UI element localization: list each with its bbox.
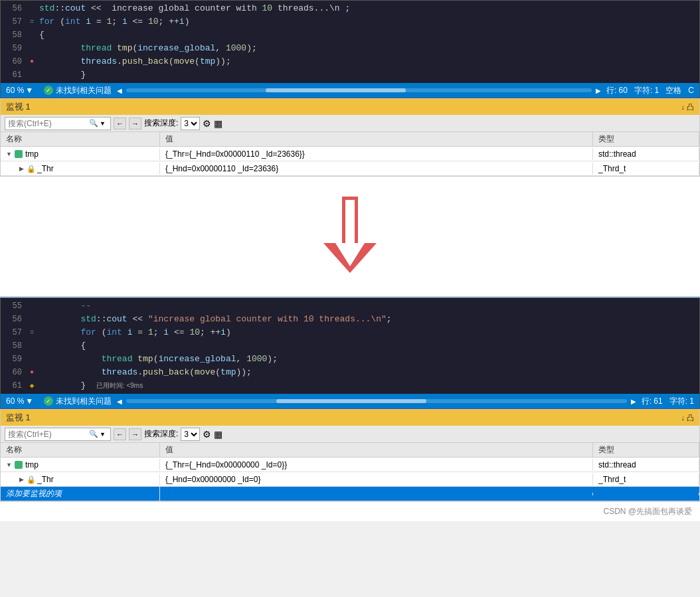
forward-btn[interactable]: → bbox=[129, 118, 141, 129]
code-line-60: 60 ● threads.push_back(move(tmp)); bbox=[1, 55, 699, 68]
columns-icon[interactable]: ▦ bbox=[214, 118, 222, 129]
search-input-top[interactable] bbox=[8, 119, 88, 128]
zoom-label: 60 % bbox=[6, 86, 24, 95]
value-cell: {_Thr={_Hnd=0x00000110 _Id=23636}} bbox=[160, 148, 593, 160]
bottom-scroll-track[interactable] bbox=[126, 399, 626, 403]
watch-title-bar-top: 监视 1 ↓ 凸 bbox=[1, 99, 699, 115]
bottom-editor-panel: 55 -- 56 std::cout << "increase global c… bbox=[0, 298, 700, 409]
bottom-scroll-right[interactable]: ▶ bbox=[631, 398, 636, 405]
name-cell: ▶ 🔒 _Thr bbox=[1, 163, 160, 175]
lock-icon: 🔒 bbox=[27, 165, 35, 173]
scroll-thumb[interactable] bbox=[266, 88, 405, 92]
search-input-bottom[interactable] bbox=[8, 430, 88, 439]
bottom-line-55: 55 -- bbox=[1, 299, 699, 313]
watch-row-tmp-bottom[interactable]: ▼ tmp {_Thr={_Hnd=0x00000000 _Id=0}} std… bbox=[1, 458, 699, 472]
bottom-status-ok: 未找到相关问题 bbox=[44, 396, 112, 407]
svg-rect-3 bbox=[345, 200, 355, 243]
bottom-col-value: 值 bbox=[160, 443, 593, 457]
depth-label: 搜索深度: bbox=[144, 118, 178, 129]
add-watch-cell: 添加要监视的项 bbox=[1, 487, 160, 501]
watch-title-bar-bottom: 监视 1 ↓ 凸 bbox=[1, 410, 699, 426]
col-type: 类型 bbox=[593, 132, 699, 146]
bottom-lock-icon: 🔒 bbox=[27, 475, 35, 483]
scrollbar[interactable]: ◀ ▶ bbox=[117, 87, 601, 94]
add-watch-label[interactable]: 添加要监视的项 bbox=[6, 489, 62, 498]
bottom-scrollbar[interactable]: ◀ ▶ bbox=[117, 398, 636, 405]
bottom-col-name: 名称 bbox=[1, 443, 160, 457]
search-box-bottom[interactable]: 🔍 ▼ bbox=[5, 428, 111, 441]
search-box-top[interactable]: 🔍 ▼ bbox=[5, 117, 111, 130]
depth-select-top[interactable]: 3245 bbox=[181, 117, 200, 130]
back-btn[interactable]: ← bbox=[114, 118, 126, 129]
bottom-type-thr: _Thrd_t bbox=[593, 473, 699, 485]
type-cell: _Thrd_t bbox=[593, 163, 699, 175]
expand-icon[interactable]: ▶ bbox=[19, 165, 24, 172]
bottom-type-tmp: std::thread bbox=[593, 459, 699, 471]
bottom-scroll-thumb[interactable] bbox=[276, 399, 426, 403]
row-name: tmp bbox=[25, 149, 39, 159]
bottom-col-type: 类型 bbox=[593, 443, 699, 457]
code-line-57: 57 = for (int i = 1; i <= 10; ++i) bbox=[1, 15, 699, 29]
bottom-line-56: 56 std::cout << "increase global counter… bbox=[1, 313, 699, 326]
search-icon[interactable]: 🔍 bbox=[89, 119, 98, 128]
bottom-name-cell-tmp: ▼ tmp bbox=[1, 459, 160, 471]
watch-row-thr-top[interactable]: ▶ 🔒 _Thr {_Hnd=0x00000110 _Id=23636} _Th… bbox=[1, 161, 699, 176]
bottom-back-btn[interactable]: ← bbox=[114, 428, 126, 440]
bottom-scroll-left[interactable]: ◀ bbox=[117, 398, 122, 405]
expand-icon[interactable]: ▼ bbox=[6, 151, 12, 157]
bottom-expand-thr[interactable]: ▶ bbox=[19, 476, 24, 483]
code-line-59: 59 thread tmp(increase_global, 1000); bbox=[1, 42, 699, 55]
ok-text: 未找到相关问题 bbox=[56, 85, 112, 96]
search-dropdown-icon[interactable]: ▼ bbox=[100, 120, 106, 127]
watch-row-thr-bottom[interactable]: ▶ 🔒 _Thr {_Hnd=0x00000000 _Id=0} _Thrd_t bbox=[1, 472, 699, 487]
bottom-search-icon[interactable]: 🔍 bbox=[89, 430, 98, 438]
watch-title-top: 监视 1 bbox=[6, 101, 31, 113]
bottom-ok-text: 未找到相关问题 bbox=[56, 396, 112, 407]
watch-header-bottom: 名称 值 类型 bbox=[1, 443, 699, 458]
arrow-section bbox=[0, 177, 700, 296]
bottom-watch-panel: 监视 1 ↓ 凸 🔍 ▼ ← → 搜索深度: 3245 ⚙ ▦ 名称 值 类型 … bbox=[0, 409, 700, 502]
bottom-row-col: 行: 61 字符: 1 bbox=[642, 396, 694, 407]
top-editor-panel: 56 std::cout << increase global counter … bbox=[0, 0, 700, 98]
value-cell: {_Hnd=0x00000110 _Id=23636} bbox=[160, 163, 593, 175]
bottom-zoom-dropdown[interactable]: ▼ bbox=[25, 396, 33, 406]
add-watch-row[interactable]: 添加要监视的项 bbox=[1, 487, 699, 501]
bottom-watch-collapse-icon[interactable]: ↓ 凸 bbox=[681, 413, 694, 423]
scroll-right-icon[interactable]: ▶ bbox=[596, 87, 601, 94]
bottom-forward-btn[interactable]: → bbox=[129, 428, 141, 440]
ok-icon bbox=[44, 86, 53, 95]
code-line-56: 56 std::cout << increase global counter … bbox=[1, 2, 699, 15]
bottom-row-name-tmp: tmp bbox=[25, 460, 39, 469]
bottom-filter-icon[interactable]: ⚙ bbox=[203, 429, 211, 440]
bottom-zoom-control[interactable]: 60 % ▼ bbox=[6, 396, 33, 406]
zoom-dropdown-icon[interactable]: ▼ bbox=[25, 86, 33, 95]
depth-select-bottom[interactable]: 3245 bbox=[181, 428, 200, 441]
watch-collapse-icon[interactable]: ↓ 凸 bbox=[681, 102, 694, 112]
bottom-value-thr: {_Hnd=0x00000000 _Id=0} bbox=[160, 473, 593, 485]
down-arrow-svg bbox=[323, 197, 377, 276]
name-cell: ▼ tmp bbox=[1, 148, 160, 160]
bottom-thread-icon bbox=[15, 461, 23, 469]
bottom-search-dropdown[interactable]: ▼ bbox=[100, 431, 106, 438]
bottom-columns-icon[interactable]: ▦ bbox=[214, 429, 222, 440]
bottom-depth-label: 搜索深度: bbox=[144, 428, 178, 440]
top-watch-panel: 监视 1 ↓ 凸 🔍 ▼ ← → 搜索深度: 3245 ⚙ ▦ 名称 值 类型 … bbox=[0, 98, 700, 177]
bottom-line-61: 61 ◆ } 已用时间: <9ms bbox=[1, 379, 699, 392]
thread-icon bbox=[15, 150, 23, 158]
bottom-code-editor: 55 -- 56 std::cout << "increase global c… bbox=[1, 298, 699, 394]
filter-icon[interactable]: ⚙ bbox=[203, 118, 211, 129]
bottom-value-tmp: {_Thr={_Hnd=0x00000000 _Id=0}} bbox=[160, 459, 593, 471]
code-line-58: 58 { bbox=[1, 29, 699, 42]
scroll-left-icon[interactable]: ◀ bbox=[117, 87, 122, 94]
bottom-line-58: 58 { bbox=[1, 339, 699, 353]
scroll-track[interactable] bbox=[126, 88, 592, 92]
bottom-line-57: 57 = for (int i = 1; i <= 10; ++i) bbox=[1, 326, 699, 339]
watch-header-top: 名称 值 类型 bbox=[1, 132, 699, 147]
bottom-expand-tmp[interactable]: ▼ bbox=[6, 462, 12, 468]
watch-row-tmp-top[interactable]: ▼ tmp {_Thr={_Hnd=0x00000110 _Id=23636}}… bbox=[1, 147, 699, 161]
bottom-row-name-thr: _Thr bbox=[37, 475, 54, 484]
zoom-control[interactable]: 60 % ▼ bbox=[6, 86, 33, 95]
code-line-61: 61 } bbox=[1, 68, 699, 82]
type-cell: std::thread bbox=[593, 148, 699, 160]
row-name: _Thr bbox=[37, 164, 54, 173]
